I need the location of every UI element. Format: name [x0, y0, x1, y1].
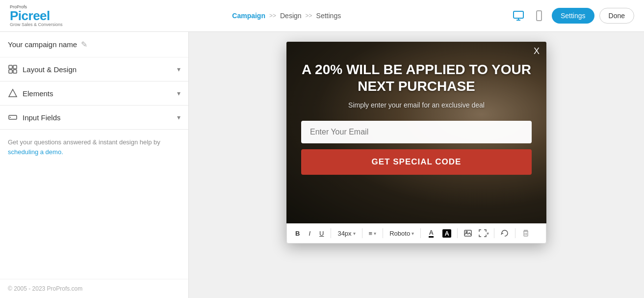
elements-chevron: ▾ — [177, 89, 180, 97]
logo-tagline: Grow Sales & Conversions — [10, 22, 63, 27]
scheduling-demo-link[interactable]: scheduling a demo. — [8, 148, 63, 156]
input-fields-left: Input Fields — [8, 112, 61, 122]
toolbar-sep6 — [494, 228, 494, 238]
header: ProProfs Picreel Grow Sales & Conversion… — [0, 0, 644, 32]
svg-rect-8 — [13, 70, 17, 73]
toolbar-fontsize-dropdown[interactable]: 34px ▾ — [335, 228, 358, 239]
sidebar-help-text: Get your questions answered & instant de… — [8, 138, 160, 146]
elements-header[interactable]: Elements ▾ — [0, 81, 188, 105]
elements-left: Elements — [8, 88, 53, 98]
nav-settings[interactable]: Settings — [316, 12, 341, 20]
toolbar-text-color-a: A — [429, 229, 433, 238]
toolbar-sep4 — [420, 228, 421, 238]
toolbar-font-chevron: ▾ — [412, 231, 414, 236]
svg-rect-0 — [514, 11, 523, 18]
elements-section: Elements ▾ — [0, 81, 188, 106]
campaign-name-text: Your campaign name — [8, 40, 77, 49]
toolbar-italic-button[interactable]: I — [305, 227, 314, 240]
input-fields-section: Input Fields ▾ — [0, 106, 188, 130]
popup-container: X A 20% WILL BE APPLIED TO YOUR NEXT PUR… — [286, 42, 546, 244]
editor-toolbar: B I U 34px ▾ ≡ ▾ Roboto ▾ — [286, 223, 546, 244]
popup-cta-button[interactable]: GET SPECIAL CODE — [301, 149, 532, 175]
layout-design-header[interactable]: Layout & Design ▾ — [0, 57, 188, 81]
layout-design-icon — [8, 64, 18, 74]
toolbar-sep2 — [362, 228, 362, 238]
input-fields-icon — [8, 112, 18, 122]
toolbar-bold-button[interactable]: B — [292, 227, 303, 240]
toolbar-resize-chevron: ▾ — [487, 231, 489, 236]
layout-design-chevron: ▾ — [177, 65, 180, 73]
logo-area: ProProfs Picreel Grow Sales & Conversion… — [10, 4, 63, 27]
logo-wrap: ProProfs Picreel Grow Sales & Conversion… — [10, 4, 63, 27]
sidebar-help: Get your questions answered & instant de… — [0, 130, 188, 164]
campaign-name-row: Your campaign name ✎ — [0, 40, 188, 57]
layout-design-label: Layout & Design — [23, 65, 77, 74]
input-fields-header[interactable]: Input Fields ▾ — [0, 106, 188, 129]
elements-label: Elements — [23, 89, 53, 98]
layout-design-section: Layout & Design ▾ — [0, 57, 188, 81]
elements-icon — [8, 88, 18, 98]
input-fields-label: Input Fields — [23, 113, 61, 122]
toolbar-align-chevron: ▾ — [374, 231, 376, 236]
svg-rect-3 — [537, 11, 541, 21]
popup-subtext: Simply enter your email for an exclusive… — [348, 101, 485, 109]
toolbar-fontsize-value: 34px — [337, 230, 351, 237]
settings-button[interactable]: Settings — [552, 8, 594, 24]
toolbar-sep7 — [515, 228, 515, 238]
toolbar-font-dropdown[interactable]: Roboto ▾ — [386, 228, 417, 239]
nav-campaign[interactable]: Campaign — [232, 12, 265, 20]
toolbar-sep3 — [383, 228, 383, 238]
toolbar-bg-color-a: A — [442, 229, 451, 238]
popup-headline-line1: A 20% WILL BE APPLIED TO YOUR — [302, 62, 531, 77]
sidebar-footer: © 2005 - 2023 ProProfs.com — [0, 279, 188, 298]
main-content: Your campaign name ✎ Layout & Design — [0, 32, 644, 298]
popup-headline-line2: NEXT PURCHASE — [358, 79, 475, 94]
popup-close-button[interactable]: X — [534, 47, 540, 55]
toolbar-font-value: Roboto — [389, 230, 410, 237]
toolbar-image-button[interactable] — [461, 226, 475, 240]
popup-content: A 20% WILL BE APPLIED TO YOUR NEXT PURCH… — [301, 61, 532, 175]
desktop-icon[interactable] — [511, 8, 526, 24]
toolbar-rotate-button[interactable] — [498, 226, 512, 240]
toolbar-text-color-button[interactable]: A — [424, 226, 438, 240]
nav-sep2: >> — [306, 12, 312, 19]
toolbar-align-icon: ≡ — [369, 230, 373, 237]
toolbar-fontsize-chevron: ▾ — [353, 231, 356, 236]
popup-email-input[interactable] — [301, 121, 532, 143]
layout-design-left: Layout & Design — [8, 64, 77, 74]
svg-rect-6 — [13, 65, 17, 69]
logo-picreel: Picreel — [10, 9, 63, 22]
svg-rect-7 — [9, 70, 12, 73]
input-fields-chevron: ▾ — [177, 113, 180, 121]
toolbar-align-dropdown[interactable]: ≡ ▾ — [366, 228, 380, 239]
popup-headline: A 20% WILL BE APPLIED TO YOUR NEXT PURCH… — [302, 61, 531, 94]
toolbar-resize-dropdown[interactable]: ▾ — [477, 226, 490, 240]
header-actions: Settings Done — [511, 8, 634, 24]
nav-sep1: >> — [269, 12, 276, 19]
nav-design[interactable]: Design — [280, 12, 302, 20]
preview-area: X A 20% WILL BE APPLIED TO YOUR NEXT PUR… — [189, 32, 644, 298]
toolbar-sep5 — [457, 228, 458, 238]
nav-breadcrumb: Campaign >> Design >> Settings — [232, 12, 341, 20]
sidebar: Your campaign name ✎ Layout & Design — [0, 32, 189, 298]
svg-marker-9 — [9, 89, 17, 97]
popup-background: X A 20% WILL BE APPLIED TO YOUR NEXT PUR… — [286, 42, 546, 223]
toolbar-delete-button[interactable] — [519, 226, 533, 240]
toolbar-bg-color-button[interactable]: A — [440, 226, 454, 240]
toolbar-underline-button[interactable]: U — [316, 227, 327, 240]
toolbar-sep1 — [331, 228, 331, 238]
svg-rect-14 — [524, 231, 528, 236]
done-button[interactable]: Done — [599, 8, 634, 24]
svg-rect-5 — [9, 65, 12, 69]
mobile-icon[interactable] — [531, 8, 547, 24]
edit-campaign-name-icon[interactable]: ✎ — [81, 40, 87, 49]
